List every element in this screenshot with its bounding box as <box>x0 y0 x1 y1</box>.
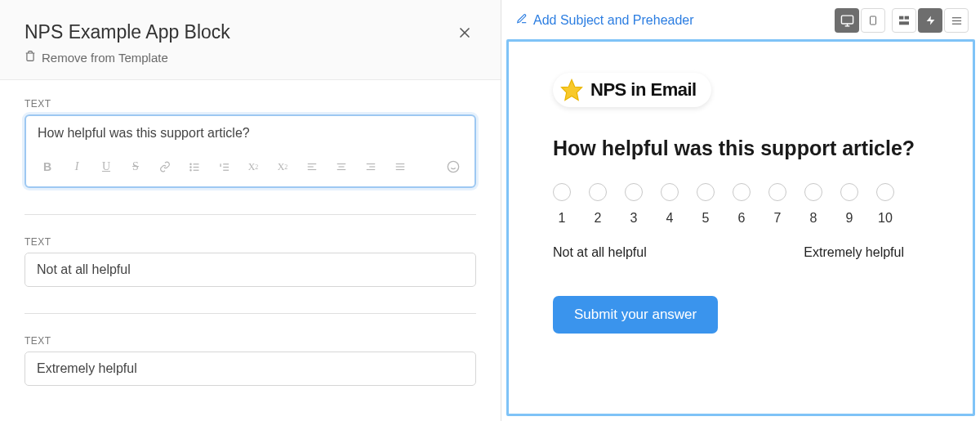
nps-badge: NPS in Email <box>553 73 711 107</box>
nps-radio-7[interactable] <box>768 183 786 201</box>
question-input[interactable] <box>26 116 474 150</box>
nps-number-label: 4 <box>661 211 679 226</box>
high-anchor-text: Extremely helpful <box>804 245 904 260</box>
add-subject-link[interactable]: Add Subject and Preheader <box>516 13 694 28</box>
nps-scale-numbers: 12345678910 <box>553 211 929 226</box>
svg-rect-33 <box>899 21 909 25</box>
nps-badge-title: NPS in Email <box>590 79 697 101</box>
nps-number-label: 5 <box>697 211 715 226</box>
emoji-icon[interactable] <box>440 155 466 178</box>
remove-from-template-link[interactable]: Remove from Template <box>24 50 230 65</box>
preview-controls <box>835 8 969 33</box>
nps-number-label: 1 <box>553 211 571 226</box>
nps-number-label: 7 <box>768 211 786 226</box>
svg-point-5 <box>189 163 190 164</box>
field-label: TEXT <box>24 236 476 248</box>
svg-point-7 <box>189 169 190 170</box>
nps-scale-radios <box>553 183 929 201</box>
svg-marker-38 <box>562 80 582 101</box>
layout-icon[interactable] <box>892 8 916 33</box>
nps-number-label: 10 <box>876 211 894 226</box>
low-anchor-text: Not at all helpful <box>553 245 647 260</box>
divider <box>24 214 476 215</box>
nps-number-label: 6 <box>733 211 751 226</box>
align-right-icon[interactable] <box>358 155 384 178</box>
desktop-preview-icon[interactable] <box>835 8 859 33</box>
editor-panel: NPS Example App Block Remove from Templa… <box>0 0 501 421</box>
format-toolbar: B I U S X2 X2 <box>26 150 474 186</box>
underline-icon[interactable]: U <box>93 155 119 178</box>
high-anchor-field-block: TEXT <box>24 335 476 386</box>
align-left-icon[interactable] <box>299 155 325 178</box>
nps-radio-4[interactable] <box>661 183 679 201</box>
svg-rect-32 <box>905 16 909 20</box>
align-center-icon[interactable] <box>328 155 354 178</box>
align-justify-icon[interactable] <box>387 155 413 178</box>
nps-radio-6[interactable] <box>733 183 751 201</box>
strikethrough-icon[interactable]: S <box>122 155 149 178</box>
survey-question: How helpful was this support article? <box>553 137 929 160</box>
submit-button[interactable]: Submit your answer <box>553 296 718 334</box>
list-icon[interactable] <box>944 8 969 33</box>
scale-anchors: Not at all helpful Extremely helpful <box>553 245 904 260</box>
nps-radio-5[interactable] <box>697 183 715 201</box>
nps-number-label: 3 <box>625 211 643 226</box>
editor-header: NPS Example App Block Remove from Templa… <box>0 0 501 80</box>
subject-link-label: Add Subject and Preheader <box>533 13 694 28</box>
preview-topbar: Add Subject and Preheader <box>501 0 980 39</box>
preview-panel: Add Subject and Preheader <box>501 0 980 421</box>
remove-label: Remove from Template <box>42 51 168 65</box>
lightning-icon[interactable] <box>918 8 942 33</box>
pencil-icon <box>516 13 528 28</box>
question-field-block: TEXT B I U S X2 <box>24 98 476 188</box>
nps-number-label: 2 <box>589 211 607 226</box>
trash-icon <box>24 50 36 65</box>
bullet-list-icon[interactable] <box>181 155 207 178</box>
svg-point-6 <box>189 166 190 167</box>
nps-radio-1[interactable] <box>553 183 571 201</box>
field-label: TEXT <box>24 98 476 110</box>
svg-rect-26 <box>841 16 853 24</box>
email-preview-frame: NPS in Email How helpful was this suppor… <box>506 39 975 416</box>
superscript-icon[interactable]: X2 <box>270 155 296 178</box>
nps-radio-2[interactable] <box>589 183 607 201</box>
nps-number-label: 9 <box>840 211 858 226</box>
nps-radio-8[interactable] <box>804 183 822 201</box>
star-icon <box>559 78 584 102</box>
bold-icon[interactable]: B <box>34 155 60 178</box>
nps-radio-9[interactable] <box>840 183 858 201</box>
link-icon[interactable] <box>152 155 178 178</box>
italic-icon[interactable]: I <box>64 155 90 178</box>
rich-text-editor: B I U S X2 X2 <box>24 114 476 188</box>
field-label: TEXT <box>24 335 476 347</box>
numbered-list-icon[interactable] <box>211 155 237 178</box>
divider <box>24 313 476 314</box>
low-anchor-input[interactable] <box>24 253 476 287</box>
mobile-preview-icon[interactable] <box>861 8 885 33</box>
close-icon[interactable] <box>453 21 476 47</box>
nps-radio-3[interactable] <box>625 183 643 201</box>
nps-radio-10[interactable] <box>876 183 894 201</box>
low-anchor-field-block: TEXT <box>24 236 476 287</box>
block-title: NPS Example App Block <box>24 21 230 43</box>
svg-marker-34 <box>926 16 934 25</box>
subscript-icon[interactable]: X2 <box>240 155 266 178</box>
svg-point-23 <box>448 161 458 172</box>
email-content: NPS in Email How helpful was this suppor… <box>509 42 973 365</box>
editor-body: TEXT B I U S X2 <box>0 80 501 421</box>
nps-number-label: 8 <box>804 211 822 226</box>
high-anchor-input[interactable] <box>24 352 476 386</box>
svg-rect-31 <box>899 16 903 20</box>
